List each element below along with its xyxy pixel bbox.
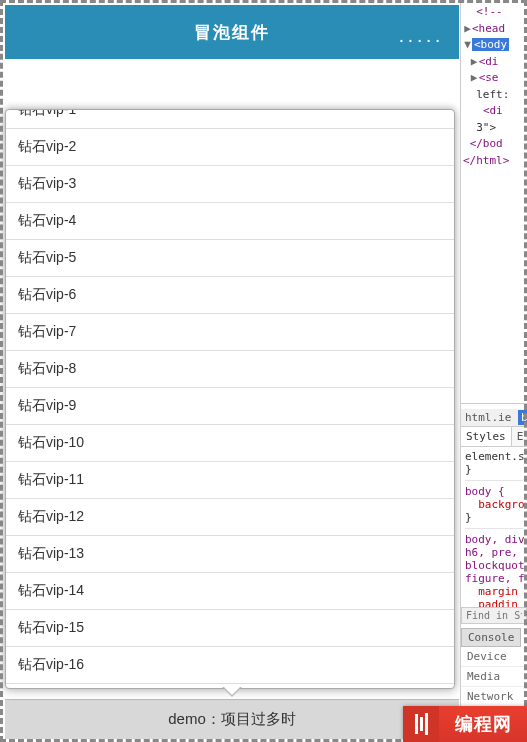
dom-node[interactable]: 3">: [463, 120, 525, 137]
dom-node[interactable]: ▶<di: [463, 54, 525, 71]
styles-pane[interactable]: element.s } body { backgro } body, div h…: [461, 447, 527, 607]
css-rule[interactable]: }: [465, 511, 523, 524]
list-item[interactable]: 钻石vip-11: [6, 462, 454, 499]
find-in-styles-input[interactable]: [461, 607, 527, 624]
styles-scroll[interactable]: element.s } body { backgro } body, div h…: [461, 447, 527, 607]
css-prop[interactable]: margin: [478, 585, 518, 598]
css-selector[interactable]: body {: [465, 485, 505, 498]
list-item[interactable]: 钻石vip-16: [6, 647, 454, 684]
list-item[interactable]: 钻石vip-9: [6, 388, 454, 425]
header-menu-dots[interactable]: • • • • •: [400, 36, 441, 45]
dom-node[interactable]: <di: [463, 103, 525, 120]
tab-events[interactable]: E: [512, 427, 527, 446]
dom-node[interactable]: </bod: [463, 136, 525, 153]
bubble-popup: 钻石vip-1 钻石vip-2 钻石vip-3 钻石vip-4 钻石vip-5 …: [5, 109, 455, 689]
dom-node[interactable]: left:: [463, 87, 525, 104]
list-item[interactable]: 钻石vip-10: [6, 425, 454, 462]
app-header: 冒泡组件 • • • • •: [5, 5, 459, 59]
header-title: 冒泡组件: [194, 21, 270, 44]
dom-node[interactable]: ▶<head: [463, 21, 525, 38]
breadcrumb-html[interactable]: html.ie: [465, 411, 511, 424]
drawer-item-media[interactable]: Media: [461, 667, 527, 687]
css-selector[interactable]: body, div: [465, 533, 525, 546]
popup-scroll[interactable]: 钻石vip-1 钻石vip-2 钻石vip-3 钻石vip-4 钻石vip-5 …: [6, 110, 454, 688]
watermark-text: 编程网: [439, 712, 527, 736]
css-prop[interactable]: paddin: [478, 598, 518, 607]
list-item[interactable]: 钻石vip-12: [6, 499, 454, 536]
watermark-icon: [403, 706, 439, 742]
dom-node[interactable]: <!--: [463, 4, 525, 21]
demo-footer[interactable]: demo：项目过多时: [5, 699, 459, 739]
breadcrumb-bar[interactable]: html.ie b: [461, 409, 527, 427]
css-selector[interactable]: figure, f: [465, 572, 525, 585]
list-item[interactable]: 钻石vip-5: [6, 240, 454, 277]
dom-node[interactable]: ▶<se: [463, 70, 525, 87]
css-selector[interactable]: blockquot: [465, 559, 525, 572]
list-item[interactable]: 钻石vip-7: [6, 314, 454, 351]
list-item[interactable]: 钻石vip-13: [6, 536, 454, 573]
list-item[interactable]: 钻石vip-1: [6, 110, 454, 129]
css-rule[interactable]: }: [465, 463, 523, 476]
popup-arrow-icon: [222, 687, 242, 697]
list-item[interactable]: 钻石vip-15: [6, 610, 454, 647]
breadcrumb-body[interactable]: b: [518, 410, 527, 425]
content-area: 钻石vip-1 钻石vip-2 钻石vip-3 钻石vip-4 钻石vip-5 …: [5, 59, 459, 699]
list-item[interactable]: 钻石vip-14: [6, 573, 454, 610]
list-item[interactable]: 钻石vip-8: [6, 351, 454, 388]
dom-tree[interactable]: <!-- ▶<head ▼<body ▶<di ▶<se left: <di 3…: [461, 0, 527, 173]
list-item[interactable]: 钻石vip-4: [6, 203, 454, 240]
footer-label: demo：项目过多时: [168, 710, 296, 729]
devtools-panel: <!-- ▶<head ▼<body ▶<di ▶<se left: <di 3…: [460, 0, 527, 742]
drawer-item-device[interactable]: Device: [461, 647, 527, 667]
dom-node-selected[interactable]: ▼<body: [463, 37, 525, 54]
css-prop[interactable]: backgro: [478, 498, 524, 511]
styles-tabs: Styles E: [461, 427, 527, 447]
tab-console[interactable]: Console: [461, 628, 521, 647]
tab-styles[interactable]: Styles: [461, 427, 512, 446]
list-item[interactable]: 钻石vip-3: [6, 166, 454, 203]
drawer-item-network[interactable]: Network: [461, 687, 527, 707]
dom-node[interactable]: </html>: [463, 153, 525, 170]
watermark-logo: 编程网: [403, 706, 527, 742]
list-item[interactable]: 钻石vip-2: [6, 129, 454, 166]
list-item[interactable]: 钻石vip-6: [6, 277, 454, 314]
css-rule[interactable]: element.s: [465, 450, 523, 463]
css-selector[interactable]: h6, pre,: [465, 546, 518, 559]
phone-preview: 冒泡组件 • • • • • 钻石vip-1 钻石vip-2 钻石vip-3 钻…: [5, 5, 459, 740]
